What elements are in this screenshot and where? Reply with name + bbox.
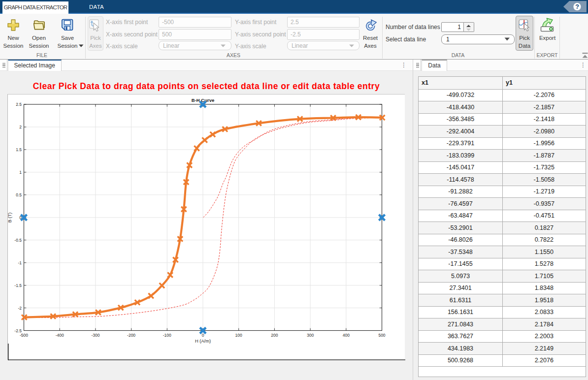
svg-text:-1: -1 (18, 260, 22, 265)
svg-text:-300: -300 (91, 333, 99, 338)
svg-text:-200: -200 (127, 333, 135, 338)
svg-text:-2: -2 (18, 306, 22, 311)
svg-text:-0.5: -0.5 (14, 238, 22, 243)
svg-text:200: 200 (271, 333, 278, 338)
svg-text:-100: -100 (163, 333, 171, 338)
svg-text:100: 100 (235, 333, 242, 338)
svg-text:H (A/m): H (A/m) (195, 339, 211, 344)
svg-text:-1.5: -1.5 (14, 283, 22, 288)
svg-text:1.5: 1.5 (16, 147, 22, 152)
svg-text:2: 2 (19, 125, 22, 129)
svg-text:0: 0 (202, 333, 204, 338)
svg-text:400: 400 (343, 333, 350, 338)
svg-text:-400: -400 (56, 333, 64, 338)
svg-text:-2.5: -2.5 (14, 328, 22, 333)
svg-text:?: ? (575, 3, 579, 10)
svg-text:2.5: 2.5 (16, 102, 22, 107)
svg-text:500: 500 (378, 333, 385, 338)
svg-text:B-H Curve: B-H Curve (192, 97, 214, 103)
svg-text:1: 1 (19, 170, 22, 175)
svg-text:300: 300 (307, 333, 314, 338)
svg-text:-500: -500 (20, 333, 28, 338)
svg-text:B (T): B (T) (8, 213, 12, 223)
svg-text:0.5: 0.5 (16, 192, 22, 197)
